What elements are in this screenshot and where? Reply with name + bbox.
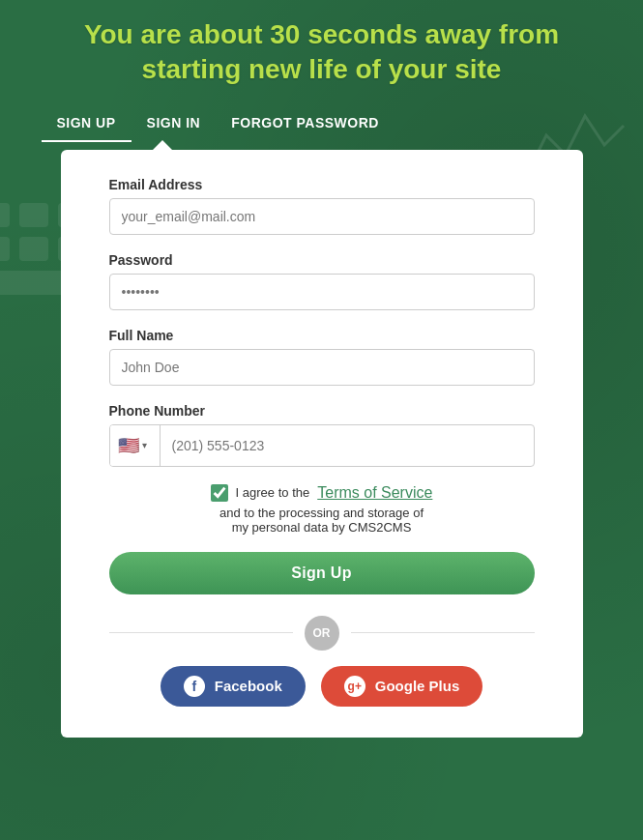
terms-subtext: and to the processing and storage of my … [219,506,424,535]
signup-form-card: Email Address Password Full Name Phone N… [61,150,583,738]
nav-tabs: SIGN UP SIGN IN FORGOT PASSWORD [22,107,622,142]
password-label: Password [109,252,535,268]
or-divider: OR [109,616,535,651]
terms-check-row: I agree to the Terms of Service [211,484,433,502]
us-flag-icon: 🇺🇸 [118,435,139,456]
chevron-down-icon: ▾ [142,440,147,450]
fullname-input[interactable] [109,349,535,386]
signup-button[interactable]: Sign Up [109,552,535,594]
phone-input-group: 🇺🇸 ▾ [109,424,535,467]
divider-line-right [351,632,535,633]
terms-agree-text: I agree to the [236,485,310,500]
tab-signup[interactable]: SIGN UP [42,107,132,142]
terms-of-service-link[interactable]: Terms of Service [317,484,432,502]
page-title: You are about 30 seconds away from start… [55,17,588,107]
fullname-group: Full Name [109,328,535,386]
email-label: Email Address [109,177,535,192]
password-input[interactable] [109,274,535,310]
tab-forgot-password[interactable]: FORGOT PASSWORD [216,107,395,142]
phone-flag-selector[interactable]: 🇺🇸 ▾ [110,425,161,466]
email-group: Email Address [109,177,535,235]
phone-label: Phone Number [109,403,535,419]
social-buttons-row: f Facebook g+ Google Plus [109,666,535,707]
googleplus-icon: g+ [344,676,365,697]
phone-group: Phone Number 🇺🇸 ▾ [109,403,535,467]
googleplus-label: Google Plus [375,678,460,694]
facebook-label: Facebook [215,678,282,694]
email-input[interactable] [109,198,535,235]
terms-checkbox[interactable] [211,484,228,502]
phone-number-input[interactable] [161,428,534,463]
or-label: OR [305,616,339,651]
facebook-icon: f [184,676,205,697]
password-group: Password [109,252,535,310]
fullname-label: Full Name [109,328,535,343]
tab-signin[interactable]: SIGN IN [132,107,217,142]
divider-line-left [109,632,293,633]
googleplus-login-button[interactable]: g+ Google Plus [321,666,483,707]
facebook-login-button[interactable]: f Facebook [161,666,306,707]
terms-section: I agree to the Terms of Service and to t… [109,484,535,535]
